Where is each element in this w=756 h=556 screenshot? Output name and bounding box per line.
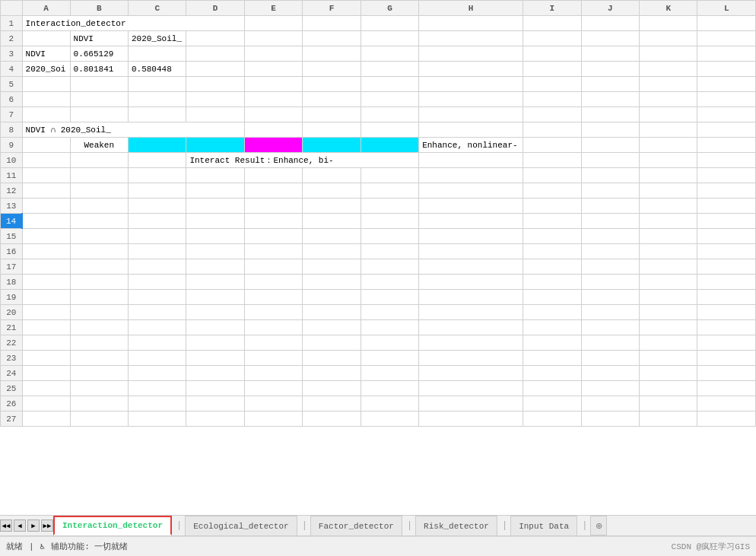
col-header-j[interactable]: J	[581, 1, 639, 16]
cell-g9-cyan2[interactable]	[361, 138, 418, 153]
status-divider: |	[29, 542, 34, 551]
cell-e3[interactable]	[244, 46, 302, 62]
cell-d4[interactable]	[186, 62, 244, 77]
cell-d10[interactable]: Interact Result：Enhance, bi-	[186, 153, 419, 168]
cell-i2[interactable]	[523, 31, 581, 46]
cell-i4[interactable]	[523, 62, 581, 77]
spreadsheet-body: A B C D E F G H I J K L 1 Int	[0, 0, 756, 515]
col-header-g[interactable]: G	[361, 1, 418, 16]
cell-j3[interactable]	[581, 46, 639, 62]
bottom-area: ◀◀ ◀ ▶ ▶▶ Interaction_detector | Ecologi…	[0, 515, 756, 556]
table-row: 20	[1, 305, 756, 320]
col-header-a[interactable]: A	[22, 1, 70, 16]
cell-k4[interactable]	[640, 62, 697, 77]
cell-g4[interactable]	[361, 62, 418, 77]
cell-a2[interactable]	[22, 31, 70, 46]
cell-d3[interactable]	[186, 46, 244, 62]
cell-k2[interactable]	[640, 31, 697, 46]
sheet-tabs: ◀◀ ◀ ▶ ▶▶ Interaction_detector | Ecologi…	[0, 516, 756, 536]
tab-factor-detector[interactable]: Factor_detector	[310, 516, 402, 535]
row-num-10: 10	[1, 153, 23, 168]
col-header-e[interactable]: E	[244, 1, 302, 16]
tab-interaction-detector[interactable]: Interaction_detector	[53, 516, 172, 535]
cell-k3[interactable]	[640, 46, 697, 62]
table-row: 14	[1, 214, 756, 229]
row-num-2: 2	[1, 31, 23, 46]
cell-h2[interactable]	[419, 31, 523, 46]
cell-h3[interactable]	[419, 46, 523, 62]
col-header-k[interactable]: K	[640, 1, 697, 16]
cell-h9[interactable]: Enhance, nonlinear-	[419, 138, 523, 153]
row-num-3: 3	[1, 46, 23, 62]
cell-b2[interactable]: NDVI	[70, 31, 128, 46]
tab-nav-arrows: ◀◀ ◀ ▶ ▶▶	[0, 516, 53, 535]
cell-i1[interactable]	[523, 16, 581, 31]
tab-prev-arrow[interactable]: ◀	[14, 519, 26, 532]
cell-j4[interactable]	[581, 62, 639, 77]
cell-l4[interactable]	[697, 62, 756, 77]
cell-c3[interactable]	[128, 46, 186, 62]
cell-c2[interactable]: 2020_Soil_	[128, 31, 186, 46]
cell-g2[interactable]	[361, 31, 418, 46]
cell-f4[interactable]	[303, 62, 361, 77]
status-left: 就绪 | ♿ 辅助功能: 一切就绪	[6, 541, 128, 552]
cell-j2[interactable]	[581, 31, 639, 46]
spreadsheet-grid: A B C D E F G H I J K L 1 Int	[0, 0, 756, 427]
col-header-d[interactable]: D	[186, 1, 244, 16]
cell-k1[interactable]	[640, 16, 697, 31]
cell-b4[interactable]: 0.801841	[70, 62, 128, 77]
table-row: 13	[1, 199, 756, 214]
cell-l2[interactable]	[697, 31, 756, 46]
cell-f2[interactable]	[303, 31, 361, 46]
cell-a8[interactable]: NDVI ∩ 2020_Soil_	[22, 122, 244, 138]
cell-f1[interactable]	[303, 16, 361, 31]
cell-h1[interactable]	[419, 16, 523, 31]
cell-i3[interactable]	[523, 46, 581, 62]
cell-g3[interactable]	[361, 46, 418, 62]
col-header-b[interactable]: B	[70, 1, 128, 16]
col-header-l[interactable]: L	[697, 1, 756, 16]
cell-h4[interactable]	[419, 62, 523, 77]
tab-last-arrow[interactable]: ▶▶	[41, 519, 53, 532]
tab-ecological-detector[interactable]: Ecological_detector	[185, 516, 297, 535]
table-row: 26	[1, 396, 756, 411]
cell-e9-magenta[interactable]	[244, 138, 302, 153]
cell-g1[interactable]	[361, 16, 418, 31]
cell-d2[interactable]	[186, 31, 244, 46]
cell-l3[interactable]	[697, 46, 756, 62]
cell-e4[interactable]	[244, 62, 302, 77]
col-header-h[interactable]: H	[419, 1, 523, 16]
cell-l1[interactable]	[697, 16, 756, 31]
col-header-i[interactable]: I	[523, 1, 581, 16]
cell-b3[interactable]: 0.665129	[70, 46, 128, 62]
col-header-f[interactable]: F	[303, 1, 361, 16]
cell-c9-cyan[interactable]	[128, 138, 186, 153]
tab-add-button[interactable]: ⊕	[590, 516, 607, 535]
cell-e1[interactable]	[244, 16, 302, 31]
cell-a1[interactable]: Interaction_detector	[22, 16, 244, 31]
cell-c4[interactable]: 0.580448	[128, 62, 186, 77]
cell-d9-cyan[interactable]	[186, 138, 244, 153]
col-header-c[interactable]: C	[128, 1, 186, 16]
table-row: 15	[1, 229, 756, 244]
row-num-1: 1	[1, 16, 23, 31]
cell-j1[interactable]	[581, 16, 639, 31]
table-row: 3 NDVI 0.665129	[1, 46, 756, 62]
cell-f9-cyan2[interactable]	[303, 138, 361, 153]
table-row: 8 NDVI ∩ 2020_Soil_	[1, 122, 756, 138]
tab-risk-detector[interactable]: Risk_detector	[415, 516, 497, 535]
cell-f3[interactable]	[303, 46, 361, 62]
cell-a3[interactable]: NDVI	[22, 46, 70, 62]
tab-input-data[interactable]: Input Data	[510, 516, 577, 535]
table-row: 24	[1, 366, 756, 381]
tab-next-arrow[interactable]: ▶	[27, 519, 40, 532]
table-row: 10 Interact Result：Enhance, bi-	[1, 153, 756, 168]
cell-a9[interactable]	[22, 138, 70, 153]
cell-a4[interactable]: 2020_Soi	[22, 62, 70, 77]
tab-sep-4: |	[499, 516, 510, 535]
table-row: 12	[1, 183, 756, 199]
table-row: 16	[1, 244, 756, 259]
tab-first-arrow[interactable]: ◀◀	[0, 519, 12, 532]
cell-b9[interactable]: Weaken	[70, 138, 128, 153]
cell-e2[interactable]	[244, 31, 302, 46]
